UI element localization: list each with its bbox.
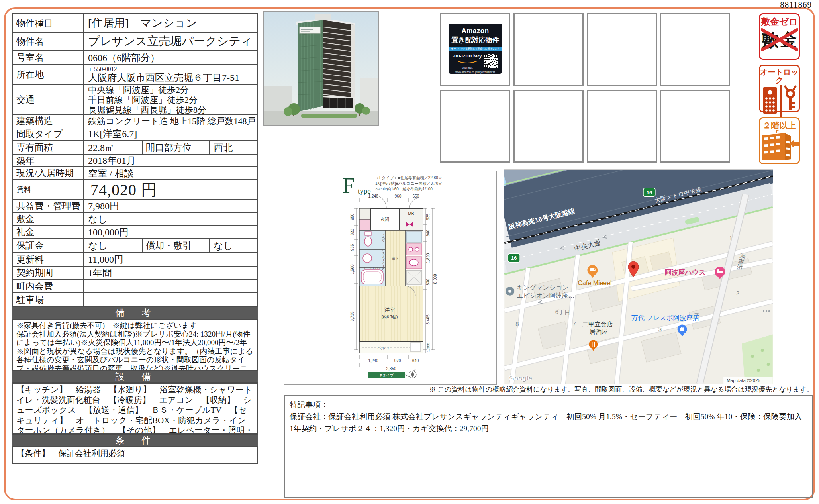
autolock-icon: [760, 85, 798, 118]
table-row: 物件種目 [住居用] マンション: [13, 14, 257, 32]
field-value: 〒550-0012 大阪府大阪市西区立売堀６丁目7-51: [84, 65, 257, 84]
svg-text:二甲立食店: 二甲立食店: [582, 321, 613, 328]
field-label: 更新料: [13, 253, 84, 266]
field-value: 100,000円: [84, 226, 257, 238]
section-header-remarks: 備 考: [12, 307, 258, 319]
gallery-box-empty: [660, 13, 730, 86]
svg-text:16: 16: [647, 190, 652, 196]
floorplan-type-letter: F: [343, 174, 355, 198]
upper-floor-badge: ２階以上: [759, 117, 800, 164]
svg-text:MB: MB: [408, 212, 414, 216]
field-label: 建築構造: [13, 115, 84, 127]
field-label: 築年: [13, 155, 84, 166]
svg-text:パウダールーム: パウダールーム: [382, 250, 385, 270]
field-value: [住居用] マンション: [84, 14, 257, 32]
field-label: 賃料: [13, 180, 84, 199]
svg-text:玄関: 玄関: [380, 217, 389, 222]
field-value: 鉄筋コンクリート造 地上15階 総戸数148戸: [84, 115, 257, 127]
field-value: 西北: [210, 141, 257, 154]
autolock-badge: オートロック: [759, 65, 800, 112]
svg-text:万代 フレスポ阿波座店: 万代 フレスポ阿波座店: [631, 314, 699, 321]
amazon-badge-stripe: オートロックを解除して安全にお届けします: [449, 47, 502, 51]
special-notes-title: 特記事項：: [290, 399, 807, 411]
svg-text:820: 820: [350, 229, 355, 235]
deposit-zero-label: 敷金ゼロ: [760, 17, 799, 27]
field-value: なし: [84, 213, 257, 225]
section-header-equipment: 設 備: [12, 371, 258, 382]
svg-text:Fタイプ: Fタイプ: [380, 373, 394, 377]
field-value: [84, 293, 257, 306]
svg-text:1,300: 1,300: [426, 343, 430, 352]
upper-floor-building-icon: [760, 130, 799, 161]
svg-text:居酒屋: 居酒屋: [589, 328, 608, 335]
svg-text:○scale約1/60 縮小印刷約1/100: ○scale約1/60 縮小印刷約1/100: [375, 187, 433, 191]
svg-text:650: 650: [413, 194, 419, 198]
svg-text:6丁目: 6丁目: [555, 308, 570, 315]
transit-line: 中央線「阿波座」徒歩2分: [88, 85, 189, 95]
svg-text:935: 935: [350, 244, 355, 251]
amazon-key-badge: Amazon 置き配対応物件 オートロックを解除して安全にお届けします amaz…: [449, 24, 502, 74]
svg-text:1,890: 1,890: [426, 253, 430, 263]
svg-text:3,405: 3,405: [426, 314, 430, 324]
svg-text:2: 2: [736, 290, 739, 296]
svg-text:阿波座ハウス: 阿波座ハウス: [665, 268, 706, 276]
rent-value: 74,020 円: [84, 180, 257, 199]
location-map: 阪神高速16号大阪港線 大阪メトロ中央線 中央大通 高橋筋 16 16 Cafe…: [504, 169, 773, 386]
svg-text:7: 7: [573, 320, 576, 327]
address: 大阪府大阪市西区立売堀６丁目7-51: [88, 73, 239, 83]
field-label: 物件種目: [13, 14, 84, 32]
field-label: 間取タイプ: [13, 127, 84, 140]
key-icon: [785, 86, 795, 110]
field-value: なし: [210, 239, 257, 252]
red-cross-icon: [761, 28, 798, 51]
table-row: 所在地 〒550-0012 大阪府大阪市西区立売堀６丁目7-51: [13, 64, 257, 84]
special-notes-body: 保証会社：保証会社利用必須 株式会社プレサンスギャランティギャランティ 初回50…: [290, 411, 807, 435]
transit-line: 長堀鶴見線「西長堀」徒歩8分: [88, 105, 206, 115]
tower-illustration: [296, 14, 355, 112]
field-label: 礼金: [13, 226, 84, 238]
field-value: なし: [84, 239, 143, 252]
crossed-deposit: 敷金: [761, 28, 798, 51]
svg-text:2,850: 2,850: [386, 367, 396, 371]
field-value: 1K[洋室6.7]: [84, 127, 257, 140]
svg-text:(約6.7帖): (約6.7帖): [382, 315, 398, 319]
gallery-box-empty: [587, 90, 657, 163]
svg-text:キングマンション: キングマンション: [517, 284, 568, 291]
field-label: 交通: [13, 85, 84, 114]
field-value: 7,980円: [84, 200, 257, 212]
field-label: 共益費・管理費: [13, 200, 84, 212]
svg-text:1,240: 1,240: [368, 359, 378, 363]
floorplan-drawing: [359, 195, 423, 353]
field-label: 物件名: [13, 33, 84, 50]
map-copyright: Map data ©2025: [727, 378, 760, 383]
gallery-box-empty: [513, 90, 584, 163]
svg-text:トイレ: トイレ: [382, 233, 385, 243]
field-label: 契約期間: [13, 267, 84, 279]
table-row: 号室名 0606（6階部分）: [13, 50, 257, 64]
svg-text:3: 3: [658, 326, 662, 333]
postal-code: 〒550-0012: [88, 66, 117, 73]
building-photo: [263, 11, 379, 126]
gallery-box-empty: [660, 90, 730, 163]
field-label: 専有面積: [13, 141, 84, 154]
field-value: 1年間: [84, 267, 257, 279]
svg-text:950: 950: [350, 213, 355, 220]
route-shield-icon: 16: [508, 253, 520, 262]
svg-text:Cafe Mieeel: Cafe Mieeel: [578, 280, 612, 286]
amazon-url: www.amazon.co.jp/keyforbusiness: [449, 71, 502, 73]
route-shield-icon: 16: [643, 188, 655, 197]
conditions-text: 【条件】 保証会社利用必須: [12, 446, 258, 464]
svg-text:バルコニー: バルコニー: [377, 346, 398, 350]
svg-text:940: 940: [426, 229, 430, 236]
gallery-box-amazon: Amazon 置き配対応物件 オートロックを解除して安全にお届けします amaz…: [440, 13, 510, 86]
table-row: 建築構造 鉄筋コンクリート造 地上15階 総戸数148戸: [13, 114, 257, 127]
field-label: 敷金: [13, 213, 84, 225]
amazon-badge-title: Amazon: [449, 27, 502, 35]
field-value: 11,000円: [84, 253, 257, 266]
svg-text:830: 830: [426, 278, 430, 285]
field-value: 22.8㎡: [84, 141, 143, 154]
field-label: 町内会費: [13, 280, 84, 292]
field-label: 現況/入居時期: [13, 167, 84, 179]
amazon-badge-subtitle: 置き配対応物件: [449, 35, 502, 45]
map-disclaimer: ※ この資料は物件の概略紹介資料になります。写真、間取図面、設備、概要などが現況…: [284, 385, 813, 394]
